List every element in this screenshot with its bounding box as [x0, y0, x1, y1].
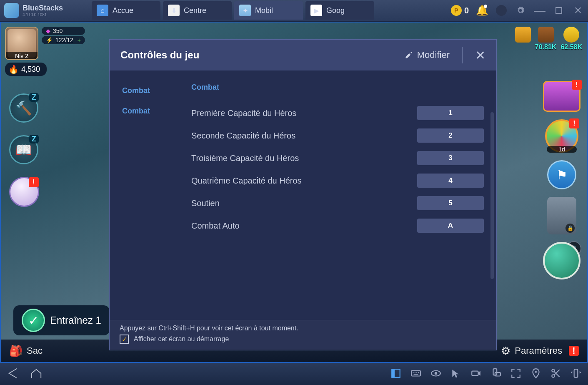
bag-icon: 🎒 — [9, 345, 23, 357]
svg-rect-7 — [414, 374, 418, 375]
control-label: Seconde Capacité du Héros — [191, 131, 295, 141]
svg-rect-16 — [574, 369, 578, 377]
settings-button[interactable]: ⚙Paramètres! — [501, 345, 579, 357]
svg-rect-1 — [392, 369, 395, 377]
plus-icon: + — [78, 37, 81, 43]
svg-rect-2 — [411, 371, 420, 376]
wheel-button[interactable]: !1d — [545, 119, 578, 153]
resource-wood[interactable]: 70.81K — [535, 27, 557, 51]
resource-food[interactable] — [515, 27, 531, 51]
resource-gold[interactable]: 62.58K — [560, 27, 582, 51]
food-icon — [515, 27, 531, 43]
maximize-button[interactable] — [553, 5, 565, 16]
tab-appcenter[interactable]: ⬇Centre — [163, 1, 232, 20]
svg-point-13 — [535, 371, 537, 373]
notifications-icon[interactable]: 🔔 — [476, 5, 488, 16]
left-action-buttons: 🔨Z 📖Z ! — [9, 93, 39, 207]
tab-label: Centre — [184, 6, 206, 15]
bluestacks-logo-icon — [4, 3, 19, 18]
dialog-content: Combat Première Capacité du Héros1 Secon… — [180, 70, 496, 320]
settings-icon[interactable] — [515, 5, 526, 16]
gems-stat[interactable]: ◆350 — [42, 27, 85, 35]
wheel-timer: 1d — [547, 146, 577, 153]
camera-icon[interactable] — [470, 368, 481, 380]
game-controls-dialog: Contrôles du jeu Modifier ✕ Combat Comba… — [109, 39, 497, 350]
power-stat[interactable]: 🔥4,530 — [5, 63, 47, 76]
game-icon: ✦ — [239, 5, 251, 16]
key-input[interactable]: 1 — [417, 106, 484, 120]
flag-button[interactable]: ⚑ — [547, 160, 576, 189]
tab-label: Mobil — [255, 6, 273, 15]
app-version: 4.110.0.1081 — [23, 13, 63, 17]
bolt-icon: ⚡ — [46, 37, 53, 43]
dialog-sidebar: Combat Combat — [110, 70, 180, 320]
tower-button[interactable]: 🔒 — [547, 197, 576, 234]
research-button[interactable]: 📖Z — [9, 135, 38, 164]
titlebar: BlueStacks 4.110.0.1081 ⌂Accue ⬇Centre ✦… — [0, 0, 588, 22]
build-button[interactable]: 🔨Z — [9, 93, 38, 123]
pencil-icon — [405, 51, 413, 59]
fullscreen-icon[interactable] — [510, 368, 521, 380]
chest-button[interactable]: ! — [543, 81, 580, 112]
scrollbar[interactable] — [490, 112, 494, 279]
toggle-sidebar-icon[interactable] — [390, 368, 401, 380]
close-icon[interactable]: ✕ — [475, 48, 485, 63]
alert-badge: ! — [569, 118, 579, 128]
sidebar-item-combat[interactable]: Combat — [110, 81, 180, 101]
close-button[interactable]: ✕ — [572, 5, 584, 16]
tab-google[interactable]: ▶Goog — [305, 1, 374, 20]
bottom-bar — [0, 363, 588, 385]
svg-point-6 — [418, 372, 419, 373]
tab-game[interactable]: ✦Mobil — [234, 1, 303, 20]
app-logo-area: BlueStacks 4.110.0.1081 — [4, 3, 92, 18]
svg-point-9 — [435, 372, 438, 375]
hammer-icon: 🔨 — [15, 100, 32, 116]
checkbox[interactable]: ✓ — [120, 335, 129, 344]
game-viewport: Niv 2 ◆350 ⚡122/12+ 🔥4,530 70.81K 62.58K… — [0, 22, 588, 363]
svg-point-3 — [413, 372, 413, 373]
tab-home[interactable]: ⌂Accue — [92, 1, 160, 20]
control-label: Troisième Capacité du Héros — [191, 153, 299, 163]
alert-badge: ! — [572, 80, 582, 90]
back-icon[interactable] — [7, 367, 19, 381]
app-name: BlueStacks — [23, 4, 63, 13]
hud-resources: 70.81K 62.58K — [515, 27, 582, 51]
svg-rect-10 — [472, 371, 478, 376]
coin-icon: P — [451, 5, 462, 16]
companion-avatar[interactable]: ! — [9, 177, 39, 207]
key-input[interactable]: 2 — [417, 128, 484, 143]
coin-balance[interactable]: P 0 — [451, 5, 469, 16]
sidebar-item-combat-2[interactable]: Combat — [110, 101, 180, 121]
account-icon[interactable] — [495, 5, 507, 16]
shake-icon[interactable] — [570, 368, 581, 380]
location-icon[interactable] — [530, 368, 541, 380]
energy-stat[interactable]: ⚡122/12+ — [42, 36, 85, 44]
key-input[interactable]: 5 — [417, 196, 484, 210]
keyboard-icon[interactable] — [410, 368, 421, 380]
hud-top-left: Niv 2 ◆350 ⚡122/12+ — [5, 27, 85, 60]
home-icon[interactable] — [30, 367, 43, 381]
dialog-header: Contrôles du jeu Modifier ✕ — [110, 40, 496, 70]
gear-icon: ⚙ — [501, 345, 510, 357]
checkbox-label: Afficher cet écran au démarrage — [134, 335, 229, 343]
show-on-startup-row[interactable]: ✓ Afficher cet écran au démarrage — [120, 335, 486, 344]
key-input[interactable]: 3 — [417, 151, 484, 165]
right-action-buttons: ! !1d ⚑ 🔒 — [543, 81, 580, 279]
eye-icon[interactable] — [430, 368, 441, 380]
modify-button[interactable]: Modifier — [405, 50, 450, 60]
cursor-icon[interactable] — [450, 368, 461, 380]
train-button[interactable]: ✓ Entraînez 1 — [13, 305, 110, 335]
minimize-button[interactable]: — — [534, 5, 545, 16]
home-icon: ⌂ — [97, 5, 108, 16]
rotate-icon[interactable] — [490, 368, 501, 380]
tab-strip: ⌂Accue ⬇Centre ✦Mobil ▶Goog — [92, 1, 374, 20]
play-icon: ▶ — [310, 5, 322, 16]
scissors-icon[interactable] — [550, 368, 561, 380]
world-button[interactable] — [543, 242, 580, 279]
bag-button[interactable]: 🎒Sac — [9, 345, 43, 357]
key-input[interactable]: 4 — [417, 174, 484, 188]
flag-icon: ⚑ — [556, 168, 568, 182]
hero-avatar[interactable]: Niv 2 — [5, 27, 38, 60]
control-label: Combat Auto — [191, 221, 240, 231]
key-input[interactable]: A — [417, 219, 484, 233]
